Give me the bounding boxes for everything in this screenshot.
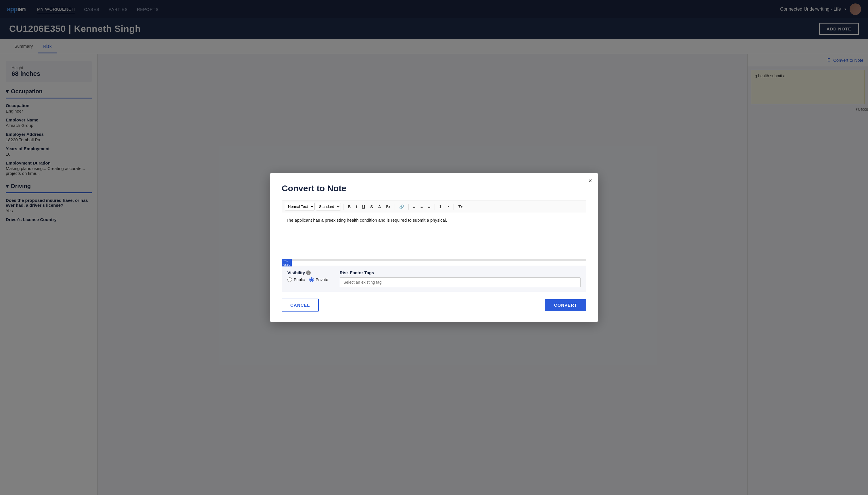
- clear-format-button[interactable]: Tx: [456, 203, 465, 210]
- editor-progress-bar: 2% used: [282, 259, 586, 261]
- visibility-public-option[interactable]: Public: [288, 277, 305, 282]
- visibility-public-radio[interactable]: [288, 277, 292, 282]
- modal-title: Convert to Note: [282, 184, 586, 193]
- visibility-label: Visibility ?: [288, 270, 328, 275]
- cancel-button[interactable]: CANCEL: [282, 298, 319, 311]
- tags-input[interactable]: [340, 277, 580, 287]
- visibility-public-label: Public: [294, 277, 305, 282]
- italic-button[interactable]: I: [354, 203, 359, 210]
- text-color-button[interactable]: A: [376, 203, 383, 210]
- modal-footer: CANCEL CONVERT: [282, 298, 586, 311]
- align-right-button[interactable]: ≡: [426, 203, 432, 210]
- toolbar-divider-5: [454, 204, 454, 210]
- font-select[interactable]: Standard: [316, 203, 341, 210]
- convert-button[interactable]: CONVERT: [545, 299, 586, 311]
- underline-button[interactable]: U: [360, 203, 367, 210]
- link-button[interactable]: 🔗: [397, 203, 406, 210]
- visibility-private-label: Private: [315, 277, 328, 282]
- toolbar-divider-2: [395, 204, 395, 210]
- editor-body[interactable]: The applicant has a preexisting health c…: [282, 213, 586, 259]
- tags-label: Risk Factor Tags: [340, 270, 580, 275]
- visibility-private-option[interactable]: Private: [309, 277, 328, 282]
- visibility-tags-row: Visibility ? Public Private Risk Factor …: [282, 266, 586, 292]
- tags-section: Risk Factor Tags: [340, 270, 580, 287]
- rich-text-editor: Normal Text Standard B I U S A Fx 🔗 ≡ ≡ …: [282, 200, 586, 261]
- editor-progress-fill: 2% used: [282, 259, 288, 261]
- editor-toolbar: Normal Text Standard B I U S A Fx 🔗 ≡ ≡ …: [282, 200, 586, 213]
- modal-overlay: × Convert to Note Normal Text Standard B…: [0, 0, 868, 495]
- highlight-button[interactable]: Fx: [384, 204, 392, 210]
- info-icon: ?: [306, 271, 311, 275]
- editor-progress-label: 2% used: [282, 259, 292, 267]
- toolbar-divider-4: [435, 204, 435, 210]
- ordered-list-button[interactable]: 1.: [437, 203, 445, 210]
- modal-close-button[interactable]: ×: [588, 178, 592, 184]
- unordered-list-button[interactable]: •: [446, 203, 451, 210]
- visibility-private-radio[interactable]: [309, 277, 314, 282]
- visibility-section: Visibility ? Public Private: [288, 270, 328, 282]
- align-center-button[interactable]: ≡: [419, 203, 425, 210]
- visibility-options: Public Private: [288, 277, 328, 282]
- strikethrough-button[interactable]: S: [368, 203, 375, 210]
- toolbar-divider-3: [408, 204, 409, 210]
- convert-to-note-modal: × Convert to Note Normal Text Standard B…: [270, 173, 598, 322]
- bold-button[interactable]: B: [346, 203, 353, 210]
- align-left-button[interactable]: ≡: [411, 203, 417, 210]
- format-select[interactable]: Normal Text: [285, 203, 315, 210]
